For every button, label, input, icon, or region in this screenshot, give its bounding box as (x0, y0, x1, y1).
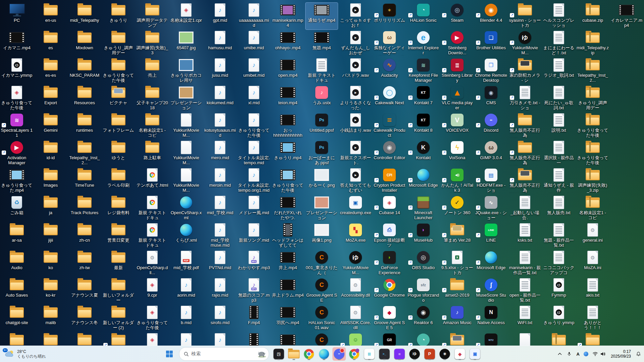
desktop-icon[interactable]: イカレマニア.mp4 (610, 3, 643, 29)
desktop-icon[interactable]: くらび.xml (170, 223, 202, 249)
desktop-icon[interactable]: ↗無人販売不正行為 動画 - ショートカット (509, 168, 541, 194)
desktop-icon[interactable]: ♪ (204, 333, 236, 346)
desktop-icon[interactable]: Psおーばーまにあ.ppsf (306, 140, 338, 167)
desktop-icon[interactable]: レジ袋有料 (102, 195, 135, 222)
desktop-icon[interactable]: ⎙↗Epson 接続診断ツ ール (373, 223, 406, 249)
desktop-icon[interactable]: ↗Google Chrome (373, 278, 406, 304)
desktop-icon[interactable]: ♪mero.mid (204, 140, 236, 167)
desktop-icon[interactable]: GR↗ (373, 333, 406, 346)
desktop-icon[interactable]: es-es (35, 58, 67, 84)
desktop-icon[interactable]: ⚙Accessibility.dll (339, 278, 372, 304)
desktop-icon[interactable]: YukkuriMovieM... (170, 113, 202, 139)
desktop-icon[interactable]: 新しいフォルダー (2) (102, 305, 135, 332)
desktop-icon[interactable]: teion.mp4 (272, 85, 304, 112)
desktop-icon[interactable]: ▶答え知っててもむずい わこれ.wav (339, 168, 372, 194)
desktop-icon[interactable]: ar-sa (1, 223, 33, 249)
desktop-icon[interactable]: ✶↗ポリリリリズム (373, 3, 406, 29)
desktop-icon[interactable]: ゆきゅうり.ymmp (543, 305, 575, 332)
desktop-icon[interactable]: ⚙MoZA.ini (577, 250, 609, 277)
discord-taskbar-button[interactable]: •• (332, 347, 346, 361)
desktop-icon[interactable]: ◈ (136, 333, 168, 346)
desktop-icon[interactable]: 通知うぜ.mp4 (306, 3, 338, 29)
desktop-icon[interactable]: ◗↗MuseHub (407, 223, 439, 249)
desktop-icon[interactable]: ゆFymmp (543, 278, 575, 304)
desktop-icon[interactable]: 羽尻へ.mp4 (272, 305, 304, 332)
desktop-icon[interactable]: ゆイカマニ.ymmp (1, 58, 33, 84)
desktop-icon[interactable]: きゅうり (102, 3, 135, 29)
desktop-icon[interactable]: chatgpt-site (1, 305, 33, 332)
desktop-icon[interactable]: 名称未設定1 - コピ ー.zip (577, 195, 609, 222)
desktop-icon[interactable]: ≋↗SpectraLayers 11 (1, 113, 33, 139)
ime-mode-button[interactable]: A (576, 351, 581, 358)
desktop-icon[interactable]: PDFmid_学校.pdf (170, 250, 202, 277)
desktop-icon[interactable]: NT2↗ (475, 333, 507, 346)
desktop-icon[interactable]: ピクチャ (102, 85, 135, 112)
widgets-weather-button[interactable]: 9+ 28°C くもりのち晴れ (2, 348, 49, 360)
desktop-icon[interactable] (35, 333, 67, 346)
desktop-icon[interactable] (1, 333, 33, 346)
desktop-icon[interactable]: ≡↗Cakewalk Product Center (373, 113, 406, 139)
desktop-icon[interactable]: PsUntitled.ppsf (306, 113, 338, 139)
desktop-icon[interactable]: ニコニコバックアップコ ードtxt (543, 250, 575, 277)
desktop-icon[interactable]: まにまにわーるど！.txt (543, 30, 575, 57)
desktop-icon[interactable]: ♪jusu.mid (204, 58, 236, 84)
desktop-icon[interactable]: 新規 テキスト ドキュ メント.html (136, 223, 168, 249)
desktop-icon[interactable]: ja (35, 195, 67, 222)
desktop-icon[interactable]: ❐↗Chrome Remote Desktop (475, 58, 507, 84)
desktop-icon[interactable]: ω↗GIMP 3.0.4 (475, 140, 507, 167)
desktop-icon[interactable]: ↗筆まめ Ver.28 (441, 223, 473, 249)
terminal-taskbar-button[interactable]: >_ (378, 347, 391, 361)
desktop-icon[interactable]: ↗syasinn - ショートカ ット (509, 3, 541, 29)
desktop-icon[interactable]: 調声練習(失敗) _3.zip (577, 168, 609, 194)
desktop-icon[interactable]: きゅうり食ってた.mp4 (1, 168, 33, 194)
desktop-icon[interactable]: akis.txt (577, 278, 609, 304)
desktop-icon[interactable]: Images (35, 168, 67, 194)
desktop-icon[interactable]: zh-cn (68, 223, 101, 249)
desktop-icon[interactable]: ♪kotusytuaaus.mid (204, 113, 236, 139)
network-volume-button[interactable] (591, 351, 607, 357)
desktop-icon[interactable] (509, 333, 541, 346)
desktop-icon[interactable]: ▶ずんだもん_しおかぜ ふ.wav (339, 30, 372, 57)
desktop-icon[interactable]: だれだFXいれたやつ. mp4 (272, 195, 304, 222)
desktop-icon[interactable]: ♪uaaaaaaaaa.mid (238, 3, 270, 29)
desktop-icon[interactable]: _起動しない場合. txt (509, 195, 541, 222)
desktop-icon[interactable]: きゅうりポカコレ用サ ムネ.jpg (170, 58, 202, 84)
desktop-icon[interactable]: ↗Minecraft Launcher (407, 195, 439, 222)
desktop-icon[interactable]: きゅうり食ってた午後 3時 .zip (577, 113, 609, 139)
desktop-icon[interactable]: 井上.mp4 (272, 250, 304, 277)
dark-app-taskbar-button[interactable]: ◳ (272, 347, 285, 361)
desktop-icon[interactable]: jijii (35, 223, 67, 249)
desktop-icon[interactable]: ゆうと (102, 140, 135, 167)
desktop-icon[interactable]: 無人販売.txt (543, 195, 575, 222)
desktop-icon[interactable]: open - 親作品一 覧.txt (509, 278, 541, 304)
desktop-icon[interactable]: F.mp4 (238, 305, 270, 332)
desktop-icon[interactable]: ☺↗ (339, 333, 372, 346)
desktop-icon[interactable]: 新規 テキスト ドキュ メント (2).html (136, 195, 168, 222)
desktop-icon[interactable]: KT↗Kontakt 7 (407, 85, 439, 112)
desktop-icon[interactable]: 通知うぜえ - 親作 品一覧.txt (543, 168, 575, 194)
purple-app-taskbar-button[interactable]: ≡ (393, 347, 406, 361)
desktop-icon[interactable]: Auto Saves (1, 278, 33, 304)
desktop-icon[interactable]: ◈名称未設定1.cpr (170, 3, 202, 29)
desktop-icon[interactable]: e↗Internet Explorer (407, 30, 439, 57)
desktop-icon[interactable]: Resources (68, 85, 101, 112)
desktop-icon[interactable]: Gemini (35, 113, 67, 139)
desktop-icon[interactable]: ◔↗HALion Sonic (407, 3, 439, 29)
desktop-icon[interactable]: Audio (1, 250, 33, 277)
desktop-icon[interactable] (238, 333, 270, 346)
desktop-icon[interactable]: YukkuriMovieM... (170, 140, 202, 167)
desktop-icon[interactable] (68, 333, 101, 346)
desktop-icon[interactable]: ♪sirofo.mid (204, 305, 236, 332)
desktop-icon[interactable]: ▶こってゅｈｄすおｆ ｄｓｂふぉ.wav (339, 3, 372, 29)
desktop-icon[interactable]: C (306, 333, 338, 346)
desktop-icon[interactable]: runtimes (68, 113, 101, 139)
desktop-icon[interactable]: ↗家の防犯カメラ - シ ョートカット (509, 58, 541, 84)
desktop-icon[interactable]: 父子キャンプ2018 (136, 85, 168, 112)
desktop-icon[interactable]: ◆↗Groove Agent SE 5 (373, 305, 406, 332)
desktop-icon[interactable]: 新しいフォルダー (102, 278, 135, 304)
chrome-profile-taskbar-button[interactable] (347, 347, 361, 361)
desktop-icon[interactable]: ko (35, 250, 67, 277)
desktop-icon[interactable]: 井上ドラム.mp4 (272, 278, 304, 304)
desktop-icon[interactable]: KT↗Kontakt 8 (407, 113, 439, 139)
desktop-icon[interactable]: ∿↗JQuake.exe - ショー トカット (475, 195, 507, 222)
